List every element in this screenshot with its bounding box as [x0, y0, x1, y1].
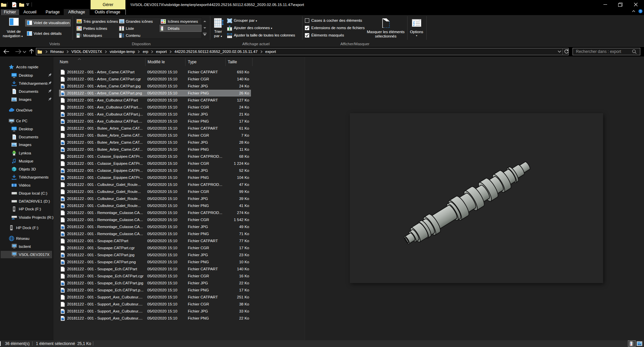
svg-text:?: ? — [640, 9, 641, 13]
